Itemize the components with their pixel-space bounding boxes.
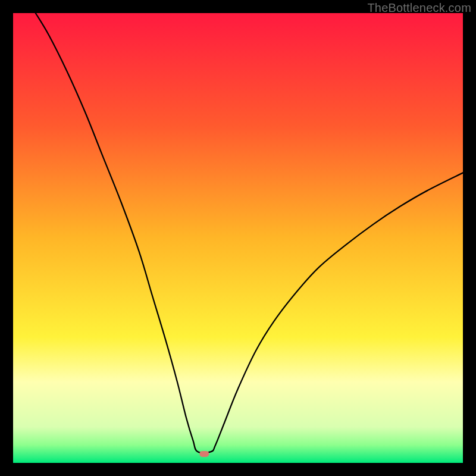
watermark-text: TheBottleneck.com [367,1,471,15]
chart-frame: TheBottleneck.com [0,0,476,476]
bottleneck-chart [0,0,476,476]
plot-background [13,13,463,463]
optimal-marker [199,451,209,457]
